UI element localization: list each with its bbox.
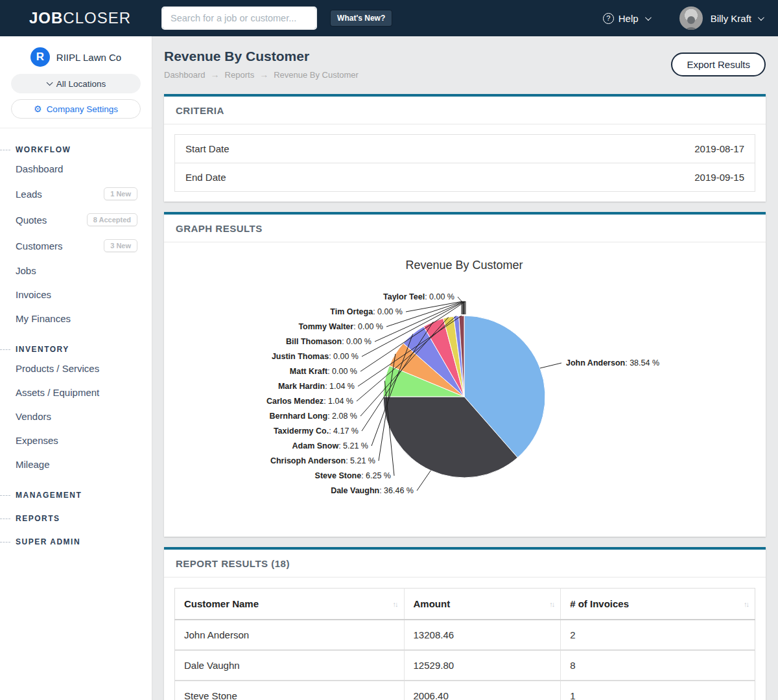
report-results-title: REPORT RESULTS (18) — [164, 550, 766, 578]
sidebar-item-label: Dashboard — [16, 163, 63, 174]
sidebar-item-badge: 1 New — [104, 187, 137, 200]
table-cell: Dale Vaughn — [175, 650, 405, 681]
sidebar-item-quotes[interactable]: Quotes8 Accepted — [0, 207, 152, 233]
criteria-table: Start Date2019-08-17End Date2019-09-15 — [174, 134, 755, 192]
chevron-down-icon — [46, 79, 53, 86]
sidebar-item-my-finances[interactable]: My Finances — [0, 307, 152, 331]
criteria-row: End Date2019-09-15 — [175, 163, 755, 191]
breadcrumb-item[interactable]: Dashboard — [164, 70, 206, 80]
pie-label-adam-snow: Adam Snow: 5.21 % — [292, 441, 368, 450]
main-content: Revenue By Customer Dashboard→Reports→Re… — [152, 36, 778, 700]
company-row[interactable]: R RIIPL Lawn Co — [11, 47, 141, 67]
sidebar-item-expenses[interactable]: Expenses — [0, 428, 152, 452]
export-results-button[interactable]: Export Results — [671, 52, 766, 76]
logo-text-bold: JOB — [29, 9, 63, 27]
pie-connector — [417, 471, 430, 491]
app-logo[interactable]: JOBCLOSER — [29, 9, 131, 27]
sidebar-item-label: Quotes — [16, 215, 47, 226]
report-table: Customer Name↑↓Amount↑↓# of Invoices↑↓Jo… — [174, 588, 755, 700]
table-cell: John Anderson — [175, 620, 405, 650]
table-cell: 2 — [561, 620, 755, 650]
company-settings-button[interactable]: ⚙ Company Settings — [11, 99, 141, 119]
gear-icon: ⚙ — [34, 104, 42, 114]
sidebar-section-super-admin[interactable]: SUPER ADMIN — [0, 537, 152, 546]
logo-text-light: CLOSER — [63, 9, 131, 27]
breadcrumb-item[interactable]: Revenue By Customer — [274, 70, 359, 80]
user-menu[interactable]: Billy Kraft — [711, 13, 762, 24]
table-cell: 2006.40 — [404, 681, 561, 700]
company-settings-label: Company Settings — [47, 104, 118, 114]
sidebar-item-label: Expenses — [16, 435, 58, 446]
criteria-value: 2019-09-15 — [694, 172, 744, 183]
sidebar-section-inventory[interactable]: INVENTORY — [0, 345, 152, 354]
search-input[interactable] — [162, 7, 316, 29]
breadcrumb-arrow-icon: → — [211, 69, 220, 80]
sort-icon: ↑↓ — [393, 600, 397, 608]
sidebar-item-vendors[interactable]: Vendors — [0, 404, 152, 428]
breadcrumb: Dashboard→Reports→Revenue By Customer — [164, 69, 359, 80]
criteria-row: Start Date2019-08-17 — [175, 135, 755, 163]
chevron-down-icon — [758, 14, 764, 21]
sidebar-section-reports[interactable]: REPORTS — [0, 514, 152, 523]
sidebar-section-management[interactable]: MANAGEMENT — [0, 491, 152, 500]
sidebar-item-assets-equipment[interactable]: Assets / Equipment — [0, 380, 152, 404]
sidebar-item-mileage[interactable]: Mileage — [0, 452, 152, 476]
sidebar-item-label: Mileage — [16, 459, 50, 470]
pie-connector — [540, 363, 561, 368]
chevron-down-icon — [645, 14, 652, 21]
sidebar-item-label: Invoices — [16, 289, 51, 300]
column-header--of-invoices[interactable]: # of Invoices↑↓ — [561, 589, 755, 620]
table-cell: 1 — [561, 681, 755, 700]
avatar[interactable] — [679, 6, 703, 30]
table-row: John Anderson13208.462 — [175, 620, 755, 650]
breadcrumb-arrow-icon: → — [259, 69, 268, 80]
chart-title: Revenue By Customer — [405, 259, 523, 272]
sidebar-item-badge: 3 New — [104, 239, 137, 252]
sidebar-item-label: Assets / Equipment — [16, 387, 99, 398]
sort-icon: ↑↓ — [549, 600, 554, 608]
pie-label-bill-thomason: Bill Thomason: 0.00 % — [286, 337, 371, 346]
pie-label-bernhard-long: Bernhard Long: 2.08 % — [270, 412, 357, 421]
page-title: Revenue By Customer — [164, 49, 359, 64]
sidebar-item-jobs[interactable]: Jobs — [0, 259, 152, 283]
pie-label-carlos-mendez: Carlos Mendez: 1.04 % — [266, 397, 353, 406]
pie-chart-svg: Revenue By CustomerTaylor Teel: 0.00 %Ti… — [172, 246, 759, 531]
sidebar-item-products-services[interactable]: Products / Services — [0, 356, 152, 380]
sidebar-item-label: Vendors — [16, 411, 51, 422]
sidebar-item-leads[interactable]: Leads1 New — [0, 181, 152, 207]
column-header-customer-name[interactable]: Customer Name↑↓ — [175, 589, 405, 620]
company-logo-icon: R — [30, 47, 50, 67]
table-row: Steve Stone2006.401 — [175, 681, 755, 700]
sidebar-item-label: My Finances — [16, 313, 71, 324]
sidebar-company-block: R RIIPL Lawn Co All Locations ⚙ Company … — [0, 36, 152, 128]
pie-label-tommy-walter: Tommy Walter: 0.00 % — [298, 322, 383, 331]
pie-label-justin-thomas: Justin Thomas: 0.00 % — [272, 352, 359, 361]
sidebar-section-workflow[interactable]: WORKFLOW — [0, 145, 152, 154]
sidebar-item-customers[interactable]: Customers3 New — [0, 233, 152, 259]
pie-label-john-anderson: John Anderson: 38.54 % — [566, 358, 659, 368]
column-header-label: Customer Name — [184, 598, 259, 609]
sidebar-item-label: Products / Services — [16, 363, 99, 374]
sidebar-item-dashboard[interactable]: Dashboard — [0, 157, 152, 181]
pie-label-tim-ortega: Tim Ortega: 0.00 % — [330, 307, 403, 316]
sidebar-item-badge: 8 Accepted — [87, 213, 137, 226]
column-header-amount[interactable]: Amount↑↓ — [404, 589, 561, 620]
whats-new-button[interactable]: What's New? — [331, 10, 392, 26]
sidebar-item-invoices[interactable]: Invoices — [0, 283, 152, 307]
column-header-label: Amount — [414, 598, 451, 609]
report-results-card: REPORT RESULTS (18) Customer Name↑↓Amoun… — [164, 547, 766, 700]
top-navbar: JOBCLOSER What's New? ? Help Billy Kraft — [0, 0, 778, 36]
sidebar-item-label: Customers — [16, 240, 63, 251]
table-row: Dale Vaughn12529.808 — [175, 650, 755, 681]
location-selector[interactable]: All Locations — [11, 74, 141, 93]
sidebar-nav: WORKFLOWDashboardLeads1 NewQuotes8 Accep… — [0, 128, 152, 546]
column-header-label: # of Invoices — [570, 598, 629, 609]
pie-label-taylor-teel: Taylor Teel: 0.00 % — [383, 292, 454, 301]
pie-label-chrisoph-anderson: Chrisoph Anderson: 5.21 % — [270, 456, 375, 465]
pie-label-matt-kraft: Matt Kraft: 0.00 % — [290, 367, 357, 376]
pie-label-steve-stone: Steve Stone: 6.25 % — [315, 471, 391, 480]
help-menu[interactable]: ? Help — [603, 13, 650, 24]
help-label: Help — [619, 13, 639, 24]
breadcrumb-item[interactable]: Reports — [225, 70, 255, 80]
pie-chart: Revenue By CustomerTaylor Teel: 0.00 %Ti… — [164, 242, 766, 537]
